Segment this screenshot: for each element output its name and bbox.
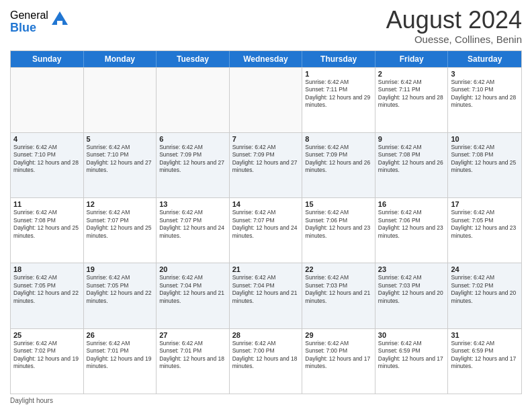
cal-cell: 22Sunrise: 6:42 AM Sunset: 7:03 PM Dayli…: [302, 263, 375, 328]
cal-cell: 1Sunrise: 6:42 AM Sunset: 7:11 PM Daylig…: [302, 68, 375, 132]
day-info: Sunrise: 6:42 AM Sunset: 7:02 PM Dayligh…: [13, 340, 81, 371]
logo-blue: Blue: [10, 21, 48, 35]
cal-cell: 12Sunrise: 6:42 AM Sunset: 7:07 PM Dayli…: [84, 198, 157, 263]
cal-cell: 21Sunrise: 6:42 AM Sunset: 7:04 PM Dayli…: [230, 263, 303, 328]
day-number: 19: [87, 265, 154, 273]
cal-cell: 14Sunrise: 6:42 AM Sunset: 7:07 PM Dayli…: [230, 198, 303, 263]
cal-cell: [84, 68, 157, 132]
cal-cell: [230, 68, 303, 132]
day-number: 31: [451, 331, 519, 339]
logo-icon: [50, 10, 69, 29]
calendar: Sunday Monday Tuesday Wednesday Thursday…: [10, 50, 522, 394]
cal-row-1: 4Sunrise: 6:42 AM Sunset: 7:10 PM Daylig…: [11, 132, 521, 197]
day-number: 8: [305, 135, 372, 143]
day-info: Sunrise: 6:42 AM Sunset: 7:08 PM Dayligh…: [13, 209, 81, 240]
logo-general: General: [10, 9, 48, 21]
day-number: 7: [232, 135, 300, 143]
day-number: 24: [451, 265, 519, 273]
cal-row-3: 18Sunrise: 6:42 AM Sunset: 7:05 PM Dayli…: [11, 263, 521, 328]
cal-cell: 26Sunrise: 6:42 AM Sunset: 7:01 PM Dayli…: [84, 329, 157, 394]
footer-note: Daylight hours: [10, 397, 522, 404]
day-info: Sunrise: 6:42 AM Sunset: 7:09 PM Dayligh…: [159, 144, 226, 175]
day-info: Sunrise: 6:42 AM Sunset: 7:08 PM Dayligh…: [378, 144, 445, 175]
day-info: Sunrise: 6:42 AM Sunset: 7:00 PM Dayligh…: [232, 340, 300, 371]
day-number: 11: [13, 200, 81, 208]
day-info: Sunrise: 6:42 AM Sunset: 7:06 PM Dayligh…: [305, 209, 372, 240]
cal-cell: 27Sunrise: 6:42 AM Sunset: 7:01 PM Dayli…: [157, 329, 230, 394]
cal-cell: [11, 68, 84, 132]
day-info: Sunrise: 6:42 AM Sunset: 7:00 PM Dayligh…: [305, 340, 372, 371]
day-info: Sunrise: 6:42 AM Sunset: 7:10 PM Dayligh…: [13, 144, 81, 175]
calendar-header: Sunday Monday Tuesday Wednesday Thursday…: [11, 51, 521, 67]
day-number: 15: [305, 200, 372, 208]
cal-cell: 4Sunrise: 6:42 AM Sunset: 7:10 PM Daylig…: [11, 133, 84, 197]
cal-cell: 3Sunrise: 6:42 AM Sunset: 7:10 PM Daylig…: [448, 68, 521, 132]
cal-cell: 11Sunrise: 6:42 AM Sunset: 7:08 PM Dayli…: [11, 198, 84, 263]
day-number: 2: [378, 70, 445, 78]
day-info: Sunrise: 6:42 AM Sunset: 7:03 PM Dayligh…: [378, 274, 445, 305]
day-info: Sunrise: 6:42 AM Sunset: 7:05 PM Dayligh…: [87, 274, 154, 305]
cal-cell: 30Sunrise: 6:42 AM Sunset: 6:59 PM Dayli…: [375, 329, 449, 394]
cal-cell: [157, 68, 230, 132]
day-number: 14: [232, 200, 300, 208]
day-number: 13: [159, 200, 226, 208]
cal-cell: 29Sunrise: 6:42 AM Sunset: 7:00 PM Dayli…: [302, 329, 375, 394]
cal-cell: 23Sunrise: 6:42 AM Sunset: 7:03 PM Dayli…: [375, 263, 449, 328]
day-info: Sunrise: 6:42 AM Sunset: 7:01 PM Dayligh…: [87, 340, 154, 371]
day-number: 17: [451, 200, 519, 208]
calendar-body: 1Sunrise: 6:42 AM Sunset: 7:11 PM Daylig…: [11, 67, 521, 394]
cal-cell: 6Sunrise: 6:42 AM Sunset: 7:09 PM Daylig…: [157, 133, 230, 197]
cal-cell: 2Sunrise: 6:42 AM Sunset: 7:11 PM Daylig…: [375, 68, 449, 132]
logo-text: General Blue: [10, 9, 48, 34]
cal-cell: 15Sunrise: 6:42 AM Sunset: 7:06 PM Dayli…: [302, 198, 375, 263]
day-number: 25: [13, 331, 81, 339]
cal-cell: 19Sunrise: 6:42 AM Sunset: 7:05 PM Dayli…: [84, 263, 157, 328]
day-number: 5: [87, 135, 154, 143]
header-tuesday: Tuesday: [157, 51, 230, 67]
header: General Blue August 2024 Ouesse, Colline…: [10, 7, 522, 45]
day-number: 16: [378, 200, 445, 208]
day-info: Sunrise: 6:42 AM Sunset: 7:02 PM Dayligh…: [451, 274, 519, 305]
day-number: 29: [305, 331, 372, 339]
cal-cell: 17Sunrise: 6:42 AM Sunset: 7:05 PM Dayli…: [448, 198, 521, 263]
day-number: 22: [305, 265, 372, 273]
cal-cell: 7Sunrise: 6:42 AM Sunset: 7:09 PM Daylig…: [230, 133, 303, 197]
header-sunday: Sunday: [11, 51, 84, 67]
day-number: 3: [451, 70, 519, 78]
cal-cell: 8Sunrise: 6:42 AM Sunset: 7:09 PM Daylig…: [302, 133, 375, 197]
title-section: August 2024 Ouesse, Collines, Benin: [386, 7, 522, 45]
day-info: Sunrise: 6:42 AM Sunset: 6:59 PM Dayligh…: [378, 340, 445, 371]
day-info: Sunrise: 6:42 AM Sunset: 7:04 PM Dayligh…: [159, 274, 226, 305]
header-friday: Friday: [375, 51, 449, 67]
day-info: Sunrise: 6:42 AM Sunset: 6:59 PM Dayligh…: [451, 340, 519, 371]
cal-cell: 5Sunrise: 6:42 AM Sunset: 7:10 PM Daylig…: [84, 133, 157, 197]
day-number: 21: [232, 265, 300, 273]
cal-cell: 16Sunrise: 6:42 AM Sunset: 7:06 PM Dayli…: [375, 198, 449, 263]
day-info: Sunrise: 6:42 AM Sunset: 7:01 PM Dayligh…: [159, 340, 226, 371]
day-number: 27: [159, 331, 226, 339]
cal-cell: 20Sunrise: 6:42 AM Sunset: 7:04 PM Dayli…: [157, 263, 230, 328]
main-title: August 2024: [386, 7, 522, 34]
header-monday: Monday: [84, 51, 157, 67]
cal-cell: 25Sunrise: 6:42 AM Sunset: 7:02 PM Dayli…: [11, 329, 84, 394]
day-number: 20: [159, 265, 226, 273]
day-info: Sunrise: 6:42 AM Sunset: 7:11 PM Dayligh…: [378, 79, 445, 109]
svg-rect-1: [57, 21, 62, 25]
day-info: Sunrise: 6:42 AM Sunset: 7:10 PM Dayligh…: [87, 144, 154, 175]
cal-cell: 24Sunrise: 6:42 AM Sunset: 7:02 PM Dayli…: [448, 263, 521, 328]
day-number: 30: [378, 331, 445, 339]
day-info: Sunrise: 6:42 AM Sunset: 7:04 PM Dayligh…: [232, 274, 300, 305]
day-number: 26: [87, 331, 154, 339]
daylight-label: Daylight hours: [10, 397, 53, 404]
day-info: Sunrise: 6:42 AM Sunset: 7:05 PM Dayligh…: [451, 209, 519, 240]
header-saturday: Saturday: [448, 51, 521, 67]
day-info: Sunrise: 6:42 AM Sunset: 7:07 PM Dayligh…: [87, 209, 154, 240]
day-number: 23: [378, 265, 445, 273]
cal-cell: 13Sunrise: 6:42 AM Sunset: 7:07 PM Dayli…: [157, 198, 230, 263]
cal-row-2: 11Sunrise: 6:42 AM Sunset: 7:08 PM Dayli…: [11, 197, 521, 263]
day-info: Sunrise: 6:42 AM Sunset: 7:10 PM Dayligh…: [451, 79, 519, 109]
day-info: Sunrise: 6:42 AM Sunset: 7:05 PM Dayligh…: [13, 274, 81, 305]
day-info: Sunrise: 6:42 AM Sunset: 7:08 PM Dayligh…: [451, 144, 519, 175]
header-thursday: Thursday: [302, 51, 375, 67]
cal-cell: 28Sunrise: 6:42 AM Sunset: 7:00 PM Dayli…: [230, 329, 303, 394]
